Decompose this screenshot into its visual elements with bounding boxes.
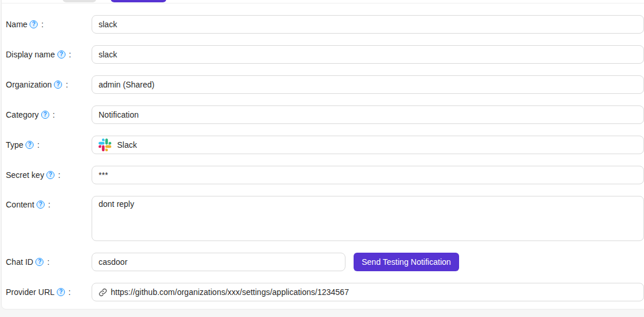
provider-url-label-text: Provider URL (6, 287, 54, 297)
content-help-icon[interactable]: ? (37, 201, 45, 209)
form-row-name: Name ? : (5, 15, 644, 34)
display-name-input[interactable] (92, 45, 644, 64)
label-colon: : (47, 257, 49, 267)
label-colon: : (68, 287, 71, 297)
provider-url-input[interactable] (111, 284, 637, 300)
name-label-text: Name (6, 20, 27, 29)
form-row-secret-key: Secret key ? : (5, 166, 644, 184)
label-colon: : (53, 110, 55, 119)
secret-key-label: Secret key ? : (5, 170, 92, 180)
label-colon: : (48, 200, 50, 209)
send-testing-notification-button[interactable]: Send Testing Notification (354, 253, 459, 271)
label-colon: : (41, 20, 43, 29)
category-label-text: Category (6, 110, 39, 119)
chat-id-input[interactable] (92, 253, 345, 271)
form-row-organization: Organization ? : admin (Shared) (5, 75, 644, 94)
label-colon: : (66, 80, 68, 89)
organization-select-value: admin (Shared) (99, 80, 155, 89)
display-name-label-text: Display name (6, 50, 55, 59)
type-label: Type ? : (5, 140, 92, 150)
type-select-value: Slack (117, 140, 137, 150)
category-label: Category ? : (5, 110, 92, 119)
header-secondary-button-partial[interactable] (63, 0, 96, 2)
label-colon: : (58, 170, 60, 180)
display-name-help-icon[interactable]: ? (57, 50, 66, 59)
name-label: Name ? : (5, 20, 92, 29)
organization-select[interactable]: admin (Shared) (92, 75, 644, 94)
chat-id-help-icon[interactable]: ? (35, 258, 43, 266)
organization-help-icon[interactable]: ? (54, 81, 62, 89)
form-row-chat-id: Chat ID ? : Send Testing Notification (5, 253, 644, 271)
secret-key-help-icon[interactable]: ? (46, 171, 54, 179)
provider-url-help-icon[interactable]: ? (57, 288, 65, 296)
chat-id-label: Chat ID ? : (5, 257, 92, 267)
chat-id-label-text: Chat ID (6, 257, 33, 267)
type-label-text: Type (6, 140, 23, 150)
organization-label: Organization ? : (5, 80, 92, 89)
form-row-type: Type ? : Slack (5, 136, 644, 154)
form-row-display-name: Display name ? : (5, 45, 644, 64)
provider-form: Name ? : Display name ? : Organization ?… (0, 3, 644, 317)
slack-icon (99, 139, 111, 151)
organization-label-text: Organization (6, 80, 52, 89)
name-input[interactable] (92, 15, 644, 34)
content-textarea[interactable]: dont reply (92, 196, 644, 241)
card-header-divider (2, 3, 644, 3)
provider-url-field (92, 283, 644, 301)
display-name-label: Display name ? : (5, 50, 92, 59)
name-help-icon[interactable]: ? (30, 20, 38, 28)
secret-key-input[interactable] (92, 166, 644, 184)
category-select-value: Notification (99, 110, 139, 119)
provider-url-label: Provider URL ? : (5, 287, 92, 297)
type-select[interactable]: Slack (92, 136, 644, 154)
type-help-icon[interactable]: ? (26, 141, 34, 149)
secret-key-label-text: Secret key (6, 170, 44, 180)
label-colon: : (69, 50, 71, 59)
label-colon: : (37, 140, 39, 150)
form-row-provider-url: Provider URL ? : (5, 283, 644, 301)
form-row-content: Content ? : dont reply (5, 196, 644, 241)
content-label-text: Content (6, 200, 34, 209)
link-icon (99, 288, 107, 297)
header-primary-button-partial[interactable] (111, 0, 166, 2)
category-help-icon[interactable]: ? (41, 111, 49, 119)
category-select[interactable]: Notification (92, 105, 644, 124)
content-label: Content ? : (5, 196, 92, 209)
form-row-category: Category ? : Notification (5, 105, 644, 124)
